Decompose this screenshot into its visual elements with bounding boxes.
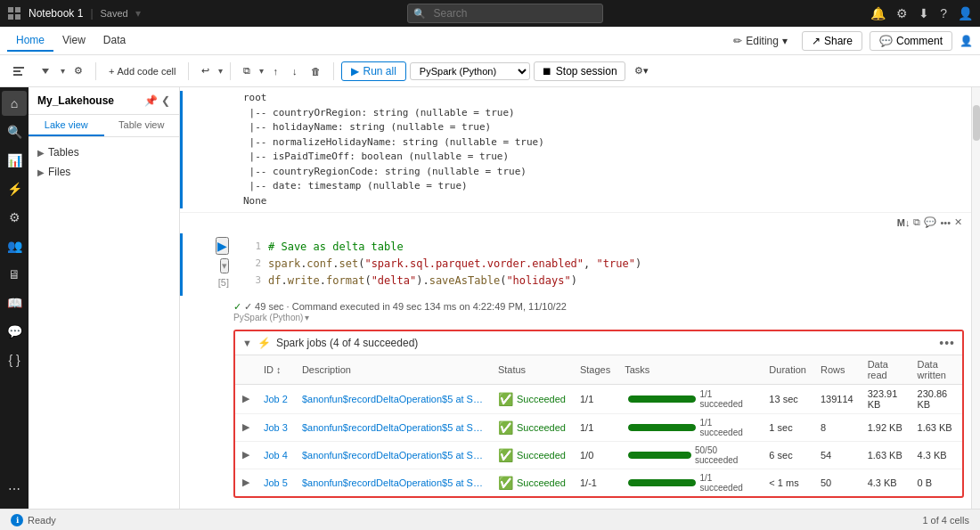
tree-item-files[interactable]: ▶ Files <box>29 162 179 182</box>
nav-monitor-icon[interactable]: 🖥 <box>2 262 27 287</box>
sidebar-tree: ▶ Tables ▶ Files <box>29 137 179 509</box>
toolbar-separator-2 <box>188 62 189 80</box>
spark-job-status-0: ✅ Succeeded <box>491 384 573 413</box>
format-button[interactable] <box>7 62 30 80</box>
notification-icon[interactable]: 🔔 <box>870 6 886 20</box>
spark-job-stages-2: 1/0 <box>573 441 617 469</box>
search-icon: 🔍 <box>413 8 426 20</box>
spark-row-expand-1[interactable]: ▶ <box>235 413 257 441</box>
spark-row-expand-0[interactable]: ▶ <box>235 384 257 413</box>
comment-button[interactable]: 💬 Comment <box>870 31 952 51</box>
spark-job-row-2: ▶ Job 4 $anonfun$recordDeltaOperation$5 … <box>235 441 962 469</box>
spark-job-tasks-3: 1/1 succeeded <box>617 469 762 496</box>
menu-data[interactable]: Data <box>94 30 135 52</box>
copy-button[interactable]: ⧉ <box>238 62 256 79</box>
cell-status-check: ✓ <box>233 301 241 312</box>
spark-jobs-more-button[interactable]: ••• <box>939 336 955 350</box>
cell-close-button[interactable]: ✕ <box>952 215 964 230</box>
nav-code-icon[interactable]: { } <box>2 347 27 372</box>
add-code-cell-button[interactable]: + Add code cell <box>103 63 181 79</box>
spark-row-expand-2[interactable]: ▶ <box>235 441 257 469</box>
spark-jobs-table: ID ↕ Description Status Stages Tasks Dur… <box>235 355 962 496</box>
toolbar: ▾ ⚙ + Add code cell ↩ ▾ ⧉ ▾ ↑ ↓ 🗑 ▶ Run … <box>0 55 980 87</box>
spark-row-expand-3[interactable]: ▶ <box>235 469 257 496</box>
cell-more-button[interactable]: ••• <box>938 215 952 230</box>
settings-icon[interactable]: ⚙ <box>896 6 908 20</box>
nav-settings-icon[interactable]: ⚙ <box>2 205 27 230</box>
task-progress-1 <box>628 424 696 431</box>
plus-icon: + <box>109 66 114 77</box>
copy-dropdown[interactable]: ▾ <box>259 66 264 76</box>
nav-search-icon[interactable]: 🔍 <box>2 119 27 144</box>
kernel-select[interactable]: PySpark (Python) <box>410 62 530 80</box>
nav-spark-icon[interactable]: ⚡ <box>2 176 27 201</box>
delete-cell-button[interactable]: 🗑 <box>306 63 326 79</box>
cell-comment-button[interactable]: 💬 <box>922 215 938 230</box>
move-up-cell-button[interactable]: ↑ <box>267 63 283 79</box>
task-progress-text-2: 50/50 succeeded <box>695 445 755 465</box>
spark-jobs-header: ▼ ⚡ Spark jobs (4 of 4 succeeded) ••• <box>235 331 962 355</box>
spark-job-desc-1[interactable]: $anonfun$recordDeltaOperation$5 at Synap… <box>295 413 491 441</box>
run-all-button[interactable]: ▶ Run all <box>341 61 405 81</box>
pyspark-dropdown-5[interactable]: ▾ <box>305 313 309 322</box>
user-avatar[interactable]: 👤 <box>958 6 973 20</box>
cell-5-content[interactable]: 1 # Save as delta table 2 spark.conf.set… <box>236 230 971 299</box>
undo-dropdown[interactable]: ▾ <box>218 66 223 76</box>
menu-view[interactable]: View <box>53 30 94 52</box>
stop-session-button[interactable]: ⏹ Stop session <box>534 61 625 81</box>
nav-more-icon[interactable]: ⋯ <box>2 477 27 501</box>
settings-toolbar-button[interactable]: ⚙ <box>69 62 88 79</box>
undo-button[interactable]: ↩ <box>196 62 215 79</box>
svg-rect-6 <box>13 74 22 76</box>
cell-5-row: ▶ ▾ [5] 1 # Save as delta table 2 spark.… <box>180 230 971 299</box>
scrollbar-area[interactable] <box>971 87 980 509</box>
spark-job-desc-2[interactable]: $anonfun$recordDeltaOperation$5 at Synap… <box>295 441 491 469</box>
search-box[interactable]: 🔍 <box>407 4 603 23</box>
cell-copy-code-button[interactable]: ⧉ <box>911 215 922 230</box>
sidebar-header-icons: 📌 ❮ <box>144 94 170 107</box>
move-down-cell-button[interactable]: ↓ <box>287 63 303 79</box>
spark-job-desc-0[interactable]: $anonfun$recordDeltaOperation$5 at Synap… <box>295 384 491 413</box>
nav-chat-icon[interactable]: 💬 <box>2 319 27 344</box>
session-settings-button[interactable]: ⚙▾ <box>629 62 654 79</box>
cell-chevron-button-5[interactable]: ▾ <box>220 258 229 273</box>
task-progress-text-1: 1/1 succeeded <box>699 418 755 437</box>
code-editor-5[interactable]: 1 # Save as delta table 2 spark.conf.set… <box>243 235 964 294</box>
sidebar-chevron-icon[interactable]: ❮ <box>161 94 170 107</box>
scrollbar-thumb[interactable] <box>973 105 980 141</box>
share-icon: ↗ <box>812 35 821 47</box>
pin-icon[interactable]: 📌 <box>144 94 158 107</box>
cell-run-button-5[interactable]: ▶ <box>216 237 229 255</box>
tab-table-view[interactable]: Table view <box>104 115 180 136</box>
menu-bar-right: ✏ Editing ▾ ↗ Share 💬 Comment 👤 <box>726 31 973 51</box>
download-icon[interactable]: ⬇ <box>919 6 929 20</box>
nav-home-icon[interactable]: ⌂ <box>2 91 27 116</box>
move-down-button[interactable] <box>34 62 57 80</box>
nav-users-icon[interactable]: 👥 <box>2 233 27 258</box>
user-panel-icon[interactable]: 👤 <box>960 35 973 47</box>
spark-job-duration-3: < 1 ms <box>762 469 813 496</box>
nav-data-icon[interactable]: 📊 <box>2 148 27 173</box>
cell-5-container: M↓ ⧉ 💬 ••• ✕ ▶ ▾ [5] 1 # Save as de <box>180 213 971 509</box>
cell-ml-button[interactable]: M↓ <box>895 215 912 230</box>
tab-lake-view[interactable]: Lake view <box>29 115 104 136</box>
spark-job-desc-3[interactable]: $anonfun$recordDeltaOperation$5 at Synap… <box>295 469 491 496</box>
spark-job-tasks-1: 1/1 succeeded <box>617 413 762 441</box>
cell-ellipsis[interactable]: ••• <box>180 501 971 509</box>
run-icon: ▶ <box>351 65 359 77</box>
editing-button[interactable]: ✏ Editing ▾ <box>726 32 795 50</box>
task-progress-3 <box>628 479 696 486</box>
help-icon[interactable]: ? <box>940 6 947 20</box>
menu-home[interactable]: Home <box>7 30 53 52</box>
more-toolbar-icon[interactable]: ▾ <box>61 66 65 76</box>
search-input[interactable] <box>407 4 603 23</box>
cell-pyspark-label-5: PySpark (Python) ▾ <box>233 313 964 322</box>
tree-item-tables[interactable]: ▶ Tables <box>29 143 179 162</box>
spark-job-stages-1: 1/1 <box>573 413 617 441</box>
nav-book-icon[interactable]: 📖 <box>2 290 27 315</box>
share-button[interactable]: ↗ Share <box>802 31 862 51</box>
spark-job-id-3: Job 5 <box>257 469 295 496</box>
spark-jobs-toggle[interactable]: ▼ <box>242 338 252 348</box>
spark-job-row-0: ▶ Job 2 $anonfun$recordDeltaOperation$5 … <box>235 384 962 413</box>
status-ready-text: Ready <box>28 515 56 526</box>
